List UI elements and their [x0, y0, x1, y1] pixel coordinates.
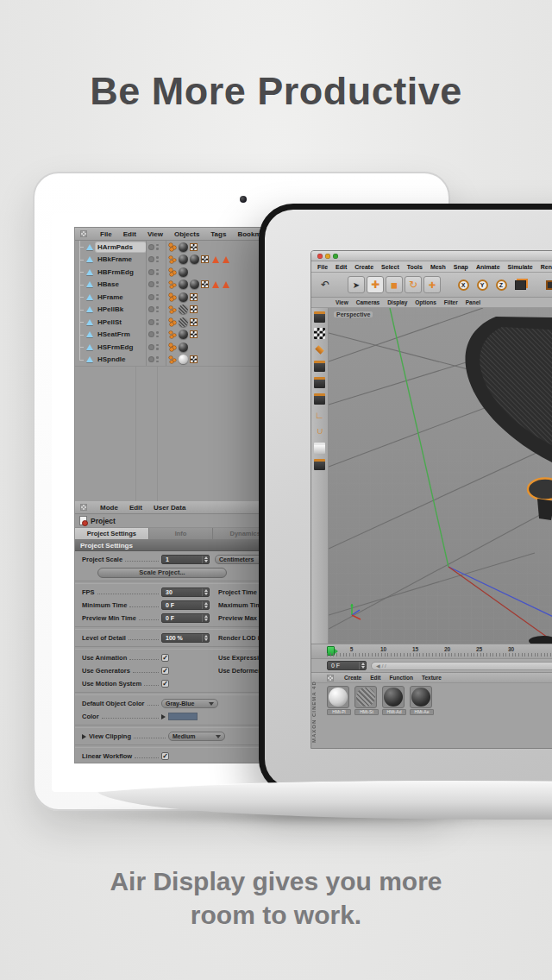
material-cube-icon[interactable] — [314, 459, 325, 470]
points-tag-icon[interactable] — [169, 255, 177, 264]
material-tag-icon[interactable] — [179, 305, 188, 314]
material-tag-icon[interactable] — [179, 292, 188, 302]
material-tag-icon[interactable] — [179, 342, 188, 352]
value-field[interactable]: 30 — [161, 587, 210, 597]
stepper-icon[interactable] — [202, 601, 209, 609]
stepper-icon[interactable] — [202, 588, 209, 596]
menu-item-cameras[interactable]: Cameras — [356, 299, 380, 305]
object-row-harmpads[interactable]: HArmPads — [75, 241, 278, 254]
menu-item-tools[interactable]: Tools — [407, 264, 423, 270]
visibility-dots[interactable] — [146, 354, 166, 367]
visibility-dots[interactable] — [146, 291, 166, 304]
menu-item-filter[interactable]: Filter — [444, 299, 458, 305]
visibility-dots[interactable] — [146, 254, 166, 267]
checkbox-checked[interactable]: ✓ — [161, 752, 169, 760]
menu-item-select[interactable]: Select — [381, 264, 399, 270]
active-object-row[interactable]: Project — [75, 514, 278, 528]
visibility-dots[interactable] — [146, 304, 166, 317]
menu-item-tags[interactable]: Tags — [210, 230, 226, 238]
visibility-dots[interactable] — [146, 279, 166, 292]
value-field[interactable]: 1 — [161, 555, 210, 564]
triangle-tag-icon[interactable] — [212, 256, 219, 263]
material-thumb-hmt-st[interactable]: HMt-St — [354, 686, 379, 748]
checkbox-checked[interactable]: ✓ — [161, 667, 169, 675]
checkbox-checked[interactable]: ✓ — [161, 680, 169, 688]
points-tag-icon[interactable] — [169, 280, 177, 289]
visibility-dots[interactable] — [146, 241, 166, 254]
material-thumb-hmt-ad[interactable]: HMt-Ad — [382, 686, 406, 748]
uvw-tag-icon[interactable] — [201, 280, 209, 288]
dropdown-gray-blue[interactable]: Gray-Blue — [161, 699, 218, 708]
live-selection-icon[interactable]: ➤ — [348, 276, 365, 293]
object-row-hsfrmedg[interactable]: HSFrmEdg — [75, 341, 278, 354]
stepper-icon[interactable] — [202, 556, 209, 563]
material-tag-icon[interactable] — [179, 267, 188, 277]
object-row-hbfrmedg[interactable]: HBFrmEdg — [75, 266, 278, 279]
lock-x-icon[interactable]: X — [455, 276, 472, 293]
menu-item-edit[interactable]: Edit — [336, 264, 347, 270]
menu-item-display[interactable]: Display — [387, 299, 407, 305]
current-frame-field[interactable]: 0 F — [327, 661, 367, 670]
rotate-tool-icon[interactable]: ↻ — [405, 276, 422, 293]
uvw-tag-icon[interactable] — [190, 355, 198, 363]
material-tag-icon[interactable] — [179, 317, 188, 327]
uvw-tag-icon[interactable] — [190, 305, 198, 313]
menu-item-mode[interactable]: Mode — [100, 504, 118, 512]
menu-item-mesh[interactable]: Mesh — [430, 264, 446, 270]
object-row-hframe[interactable]: HFrame — [75, 291, 278, 304]
menu-item-edit[interactable]: Edit — [129, 504, 142, 512]
points-tag-icon[interactable] — [169, 330, 177, 339]
menu-item-user-data[interactable]: User Data — [154, 504, 185, 512]
expander-icon[interactable] — [161, 714, 166, 719]
render-view-icon[interactable] — [543, 276, 552, 293]
move-tool-icon[interactable]: ✚ — [367, 276, 384, 293]
points-tag-icon[interactable] — [169, 242, 177, 251]
value-field[interactable]: 0 F — [161, 613, 210, 623]
value-field[interactable]: 0 F — [161, 600, 210, 610]
snap-magnet-icon[interactable]: ∩ — [314, 426, 325, 437]
menu-item-panel[interactable]: Panel — [466, 299, 480, 305]
coord-system-icon[interactable] — [511, 276, 529, 293]
stepper-icon[interactable] — [202, 614, 209, 622]
object-row-hpellbk[interactable]: HPellBk — [75, 304, 278, 317]
plane-diamond-icon[interactable] — [314, 344, 325, 355]
points-tag-icon[interactable] — [169, 305, 177, 314]
material-tag-icon[interactable] — [190, 280, 199, 289]
viewport-3d[interactable]: Perspective — [329, 308, 552, 644]
zoom-window-icon[interactable] — [333, 254, 338, 259]
menu-item-objects[interactable]: Objects — [174, 230, 199, 238]
object-row-hpellst[interactable]: HPellSt — [75, 316, 278, 329]
triangle-tag-icon[interactable] — [223, 281, 229, 288]
points-tag-icon[interactable] — [169, 342, 177, 351]
triangle-tag-icon[interactable] — [223, 256, 229, 263]
visibility-dots[interactable] — [146, 341, 166, 354]
color-swatch[interactable] — [168, 713, 198, 720]
axis-locator-icon[interactable]: ∟ — [314, 410, 325, 421]
menu-item-view[interactable]: View — [336, 299, 348, 305]
material-tag-icon[interactable] — [190, 254, 199, 264]
points-tag-icon[interactable] — [169, 267, 177, 276]
object-row-hbase[interactable]: HBase — [75, 279, 278, 292]
menu-item-edit[interactable]: Edit — [370, 675, 380, 681]
object-row-hseatfrm[interactable]: HSeatFrm — [75, 329, 278, 342]
object-row-hspndle[interactable]: HSpndle — [75, 354, 278, 367]
tab-info[interactable]: Info — [149, 528, 214, 539]
scale-project-button[interactable]: Scale Project... — [97, 568, 227, 578]
minimize-window-icon[interactable] — [325, 254, 330, 259]
stepper-icon[interactable] — [202, 634, 209, 642]
menu-item-edit[interactable]: Edit — [123, 230, 136, 238]
lock-y-icon[interactable]: Y — [474, 276, 491, 293]
menu-item-function[interactable]: Function — [390, 675, 413, 681]
visibility-dots[interactable] — [146, 316, 166, 329]
visibility-dots[interactable] — [146, 329, 166, 342]
tab-project-settings[interactable]: Project Settings — [75, 528, 149, 539]
timeline-scrollbar[interactable]: ◀/ / — [371, 662, 552, 670]
menu-item-create[interactable]: Create — [344, 675, 361, 681]
material-thumb-hmt-ae[interactable]: HMt-Ae — [410, 686, 434, 748]
triangle-tag-icon[interactable] — [212, 281, 219, 288]
uvw-tag-icon[interactable] — [190, 293, 198, 301]
texture-checker-icon[interactable] — [314, 328, 325, 339]
uvw-tag-icon[interactable] — [201, 255, 209, 263]
menu-item-file[interactable]: File — [100, 230, 112, 238]
points-tag-icon[interactable] — [169, 355, 177, 364]
